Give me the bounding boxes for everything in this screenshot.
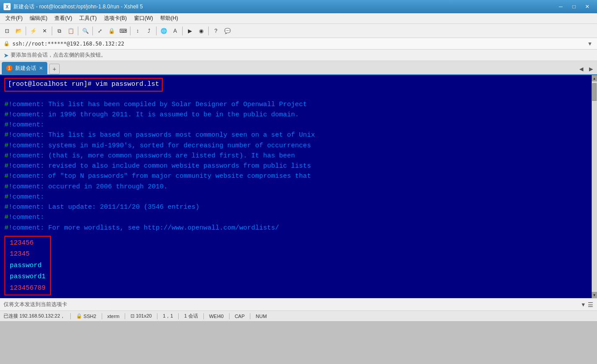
toolbar-connect[interactable]: ⚡ xyxy=(28,26,38,36)
menu-tabs[interactable]: 选项卡(B) xyxy=(100,13,130,23)
comment-line: #!comment: For more wordlists, see http:… xyxy=(4,223,587,233)
menu-tools[interactable]: 工具(T) xyxy=(76,13,100,23)
sep4 xyxy=(92,27,93,35)
sep2 xyxy=(52,27,52,35)
address-dropdown[interactable]: ▼ xyxy=(586,40,593,47)
menu-help[interactable]: 帮助(H) xyxy=(157,13,182,23)
menu-bar: 文件(F) 编辑(E) 查看(V) 工具(T) 选项卡(B) 窗口(W) 帮助(… xyxy=(0,13,597,24)
password-entry: password xyxy=(10,260,46,272)
status-div3 xyxy=(125,313,125,319)
lock-status-icon: 🔒 xyxy=(76,313,82,319)
lock-icon: 🔒 xyxy=(4,41,10,46)
menu-edit[interactable]: 编辑(E) xyxy=(26,13,51,23)
connection-text: 已连接 192.168.50.132:22， xyxy=(4,313,65,319)
comment-line: #!comment: (that is, more common passwor… xyxy=(4,151,587,161)
sessions-label: 1 会话 xyxy=(184,313,198,319)
toolbar-resize[interactable]: ⤢ xyxy=(95,26,105,36)
toolbar-new[interactable]: ⊡ xyxy=(2,26,12,36)
terminal[interactable]: [root@localhost run]# vim password.lst #… xyxy=(0,75,592,298)
status-div4 xyxy=(157,313,157,319)
tab-add-button[interactable]: + xyxy=(49,64,60,74)
comment-hash: # xyxy=(4,203,8,211)
comment-hash: # xyxy=(4,142,8,149)
password-entry: 123456789 xyxy=(10,283,46,294)
sep7 xyxy=(182,27,183,35)
toolbar-find[interactable]: 🔍 xyxy=(80,26,91,36)
status-div1 xyxy=(70,313,71,319)
scroll-up-button[interactable]: ▲ xyxy=(592,75,597,81)
toolbar-sftp[interactable]: ⤴ xyxy=(144,26,154,36)
comment-line: #!comment: This list is based on passwor… xyxy=(4,130,587,140)
toolbar-keyboard[interactable]: ⌨ xyxy=(118,26,128,36)
address-text: ssh://root:******@192.168.50.132:22 xyxy=(12,41,124,47)
comment-hash: # xyxy=(4,162,8,170)
tab-next-button[interactable]: ▶ xyxy=(586,65,595,73)
bottom-menu-button[interactable]: ☰ xyxy=(588,301,593,308)
scroll-down-button[interactable]: ▼ xyxy=(592,292,597,298)
menu-window[interactable]: 窗口(W) xyxy=(130,13,157,23)
sep6 xyxy=(156,27,157,35)
tab-badge: 1 xyxy=(6,65,12,71)
comment-lines: #!comment: This list has been compiled b… xyxy=(4,100,587,233)
comment-hash: # xyxy=(4,193,8,201)
comment-line: #!comment: in 1996 through 2011. It is a… xyxy=(4,110,587,120)
comment-hash: # xyxy=(4,183,8,191)
scrollbar-thumb[interactable] xyxy=(592,83,597,101)
ime-label: WEI40 xyxy=(209,314,224,319)
password-box: 12345612345passwordpassword1123456789 xyxy=(4,236,51,296)
status-div2 xyxy=(102,313,102,319)
terminal-scrollbar: ▲ ▼ xyxy=(592,75,597,298)
toolbar-chat[interactable]: 💬 xyxy=(222,26,233,36)
xterm-label: xterm xyxy=(107,314,120,319)
toolbar-record[interactable]: ◉ xyxy=(196,26,207,36)
comment-line: #!comment: systems in mid-1990's, sorted… xyxy=(4,141,587,151)
tab-session-1[interactable]: 1 新建会话 ✕ xyxy=(2,62,47,74)
address-bar: 🔒 ssh://root:******@192.168.50.132:22 ▼ xyxy=(0,38,597,50)
toolbar-lock[interactable]: 🔒 xyxy=(106,26,117,36)
toolbar-copy[interactable]: ⧉ xyxy=(54,26,65,36)
menu-view[interactable]: 查看(V) xyxy=(51,13,76,23)
info-bar: ➤ 要添加当前会话，点击左侧的箭头按钮。 xyxy=(0,50,597,61)
toolbar-globe[interactable]: 🌐 xyxy=(158,26,169,36)
menu-file[interactable]: 文件(F) xyxy=(2,13,26,23)
password-section: 12345612345passwordpassword1123456789 xyxy=(4,235,587,296)
close-button[interactable]: ✕ xyxy=(581,2,593,11)
toolbar-paste[interactable]: 📋 xyxy=(65,26,76,36)
sep1 xyxy=(26,27,26,35)
title-bar-left: X 新建会话 - root@localhost:/opt/john-1.8.0/… xyxy=(4,3,143,11)
comment-line: #!comment: occurred in 2006 through 2010… xyxy=(4,182,587,192)
comment-line: #!comment: Last update: 2011/11/20 (3546… xyxy=(4,202,587,212)
num-label: NUM xyxy=(256,314,267,319)
tab-bar: 1 新建会话 ✕ + ◀ ▶ xyxy=(0,61,597,75)
toolbar-help[interactable]: ? xyxy=(210,26,221,36)
comment-hash: # xyxy=(4,172,8,180)
window-controls: ─ □ ✕ xyxy=(555,2,593,11)
minimize-button[interactable]: ─ xyxy=(555,2,567,11)
terminal-wrapper: [root@localhost run]# vim password.lst #… xyxy=(0,75,597,298)
tab-close-icon[interactable]: ✕ xyxy=(39,65,43,71)
toolbar-disconnect[interactable]: ✕ xyxy=(39,26,50,36)
info-text: 要添加当前会话，点击左侧的箭头按钮。 xyxy=(11,51,106,59)
comment-hash: # xyxy=(4,131,8,139)
toolbar-font[interactable]: A xyxy=(170,26,180,36)
bottom-dropdown-button[interactable]: ▼ xyxy=(581,301,586,308)
app-icon: X xyxy=(4,3,11,10)
toolbar-script[interactable]: ▶ xyxy=(184,26,195,36)
title-bar: X 新建会话 - root@localhost:/opt/john-1.8.0/… xyxy=(0,0,597,13)
toolbar-transfer[interactable]: ↕ xyxy=(132,26,143,36)
maximize-button[interactable]: □ xyxy=(568,2,580,11)
scrollbar-track[interactable] xyxy=(592,81,597,292)
toolbar-open[interactable]: 📂 xyxy=(13,26,24,36)
command-prompt: [root@localhost run]# vim password.lst xyxy=(4,78,163,92)
status-div5 xyxy=(178,313,179,319)
bottom-bar: 仅将文本发送到当前选项卡 ▼ ☰ xyxy=(0,298,597,310)
sep3 xyxy=(78,27,78,35)
ssh2-label: SSH2 xyxy=(84,314,96,319)
comment-hash: # xyxy=(4,214,8,221)
info-arrow-icon: ➤ xyxy=(4,52,9,59)
password-entry: 123456 xyxy=(10,238,46,249)
caps-label: CAP xyxy=(235,314,245,319)
tab-prev-button[interactable]: ◀ xyxy=(577,65,586,73)
comment-line: #!comment: This list has been compiled b… xyxy=(4,100,587,110)
status-bar: 已连接 192.168.50.132:22， 🔒 SSH2 xterm ⊡ 10… xyxy=(0,310,597,321)
